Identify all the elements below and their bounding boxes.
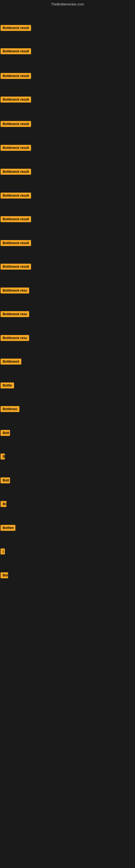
result-row-22: Bottlen: [1, 525, 15, 532]
bottleneck-badge-13[interactable]: Bottleneck resu: [1, 311, 29, 317]
site-title: TheBottlenecker.com: [51, 2, 84, 6]
bottleneck-badge-18[interactable]: Bott: [1, 430, 10, 436]
result-row-8: Bottleneck result: [1, 193, 31, 199]
result-row-14: Bottleneck resu: [1, 335, 29, 342]
result-row-13: Bottleneck resu: [1, 311, 29, 318]
result-row-11: Bottleneck result: [1, 264, 31, 271]
result-row-18: Bott: [1, 430, 10, 437]
bottleneck-badge-21[interactable]: Bo: [1, 501, 6, 507]
bottleneck-badge-14[interactable]: Bottleneck resu: [1, 335, 29, 341]
result-row-23: |: [1, 549, 5, 556]
bottleneck-badge-5[interactable]: Bottleneck result: [1, 121, 31, 127]
result-row-10: Bottleneck result: [1, 240, 31, 247]
bottleneck-badge-4[interactable]: Bottleneck result: [1, 97, 31, 102]
result-row-20: Bott: [1, 477, 10, 485]
bottleneck-badge-6[interactable]: Bottleneck result: [1, 145, 31, 151]
bottleneck-badge-11[interactable]: Bottleneck result: [1, 264, 31, 270]
result-row-2: Bottleneck result: [1, 48, 31, 55]
bottleneck-badge-22[interactable]: Bottlen: [1, 525, 15, 531]
result-row-12: Bottleneck resu: [1, 287, 29, 294]
bottleneck-badge-7[interactable]: Bottleneck result: [1, 169, 31, 175]
bottleneck-badge-19[interactable]: B: [1, 454, 5, 460]
bottleneck-badge-20[interactable]: Bott: [1, 477, 10, 484]
bottleneck-badge-12[interactable]: Bottleneck resu: [1, 287, 29, 293]
result-row-5: Bottleneck result: [1, 121, 31, 128]
site-header: TheBottlenecker.com: [0, 0, 135, 9]
bottleneck-badge-15[interactable]: Bottleneck: [1, 359, 21, 365]
bottleneck-badge-3[interactable]: Bottleneck result: [1, 73, 31, 79]
result-row-9: Bottleneck result: [1, 216, 31, 223]
result-row-6: Bottleneck result: [1, 145, 31, 152]
bottleneck-badge-24[interactable]: Bot: [1, 572, 8, 578]
result-row-7: Bottleneck result: [1, 169, 31, 176]
bottleneck-badge-8[interactable]: Bottleneck result: [1, 193, 31, 198]
badges-container: Bottleneck resultBottleneck resultBottle…: [0, 9, 135, 868]
result-row-19: B: [1, 454, 5, 461]
result-row-17: Bottlenec: [1, 406, 19, 413]
result-row-24: Bot: [1, 572, 8, 579]
result-row-3: Bottleneck result: [1, 73, 31, 80]
result-row-4: Bottleneck result: [1, 97, 31, 104]
bottleneck-badge-2[interactable]: Bottleneck result: [1, 48, 31, 54]
bottleneck-badge-17[interactable]: Bottlenec: [1, 406, 19, 412]
bottleneck-badge-9[interactable]: Bottleneck result: [1, 216, 31, 222]
result-row-16: Bottle: [1, 382, 14, 390]
bottleneck-badge-23[interactable]: |: [1, 549, 5, 554]
result-row-21: Bo: [1, 501, 6, 508]
bottleneck-badge-1[interactable]: Bottleneck result: [1, 25, 31, 31]
result-row-1: Bottleneck result: [1, 25, 31, 32]
bottleneck-badge-16[interactable]: Bottle: [1, 382, 14, 389]
result-row-15: Bottleneck: [1, 359, 21, 366]
bottleneck-badge-10[interactable]: Bottleneck result: [1, 240, 31, 246]
